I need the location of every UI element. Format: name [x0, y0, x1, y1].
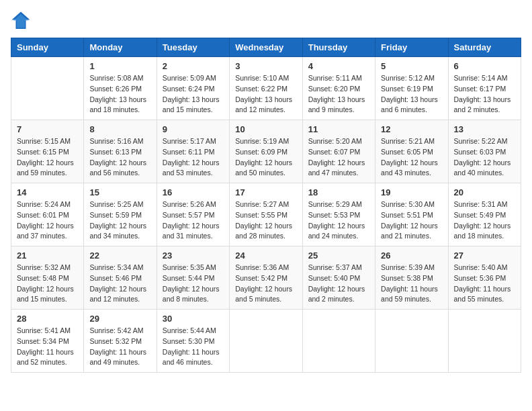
calendar-cell: 25Sunrise: 5:37 AM Sunset: 5:40 PM Dayli… [302, 246, 375, 310]
calendar-cell [11, 57, 84, 120]
day-info: Sunrise: 5:41 AM Sunset: 5:34 PM Dayligh… [17, 326, 78, 368]
day-number: 17 [235, 187, 296, 197]
day-info: Sunrise: 5:31 AM Sunset: 5:49 PM Dayligh… [454, 199, 515, 242]
day-number: 30 [163, 314, 224, 324]
day-of-week-header: Thursday [302, 38, 375, 57]
calendar-cell: 21Sunrise: 5:32 AM Sunset: 5:48 PM Dayli… [11, 246, 84, 310]
calendar-cell: 19Sunrise: 5:30 AM Sunset: 5:51 PM Dayli… [375, 183, 448, 246]
day-number: 11 [308, 124, 369, 134]
day-number: 28 [17, 314, 78, 324]
day-info: Sunrise: 5:16 AM Sunset: 6:13 PM Dayligh… [89, 136, 150, 179]
logo-icon [11, 11, 31, 31]
calendar-cell: 29Sunrise: 5:42 AM Sunset: 5:32 PM Dayli… [84, 310, 157, 373]
day-info: Sunrise: 5:32 AM Sunset: 5:48 PM Dayligh… [17, 263, 78, 305]
day-number: 12 [381, 124, 442, 134]
calendar-cell: 13Sunrise: 5:22 AM Sunset: 6:03 PM Dayli… [448, 120, 521, 183]
day-number: 10 [235, 124, 296, 134]
day-number: 3 [235, 61, 296, 71]
day-info: Sunrise: 5:30 AM Sunset: 5:51 PM Dayligh… [381, 199, 442, 242]
day-number: 4 [308, 61, 369, 71]
calendar-week-row: 1Sunrise: 5:08 AM Sunset: 6:26 PM Daylig… [11, 57, 521, 120]
day-number: 8 [89, 124, 150, 134]
day-info: Sunrise: 5:36 AM Sunset: 5:42 PM Dayligh… [235, 263, 296, 305]
calendar-week-row: 28Sunrise: 5:41 AM Sunset: 5:34 PM Dayli… [11, 310, 521, 373]
day-number: 2 [163, 61, 224, 71]
calendar-cell [375, 310, 448, 373]
day-of-week-header: Friday [375, 38, 448, 57]
day-info: Sunrise: 5:11 AM Sunset: 6:20 PM Dayligh… [308, 73, 369, 116]
day-info: Sunrise: 5:34 AM Sunset: 5:46 PM Dayligh… [89, 263, 150, 305]
day-info: Sunrise: 5:25 AM Sunset: 5:59 PM Dayligh… [89, 199, 150, 242]
day-number: 6 [454, 61, 515, 71]
calendar-cell: 28Sunrise: 5:41 AM Sunset: 5:34 PM Dayli… [11, 310, 84, 373]
calendar-cell: 30Sunrise: 5:44 AM Sunset: 5:30 PM Dayli… [157, 310, 229, 373]
calendar-cell: 8Sunrise: 5:16 AM Sunset: 6:13 PM Daylig… [84, 120, 157, 183]
day-info: Sunrise: 5:22 AM Sunset: 6:03 PM Dayligh… [454, 136, 515, 179]
day-info: Sunrise: 5:21 AM Sunset: 6:05 PM Dayligh… [381, 136, 442, 179]
day-info: Sunrise: 5:42 AM Sunset: 5:32 PM Dayligh… [89, 326, 150, 368]
calendar-cell: 4Sunrise: 5:11 AM Sunset: 6:20 PM Daylig… [302, 57, 375, 120]
svg-marker-1 [13, 14, 29, 28]
day-info: Sunrise: 5:29 AM Sunset: 5:53 PM Dayligh… [308, 199, 369, 242]
calendar-cell: 1Sunrise: 5:08 AM Sunset: 6:26 PM Daylig… [84, 57, 157, 120]
calendar-cell: 24Sunrise: 5:36 AM Sunset: 5:42 PM Dayli… [230, 246, 302, 310]
calendar-cell: 27Sunrise: 5:40 AM Sunset: 5:36 PM Dayli… [448, 246, 521, 310]
day-number: 27 [454, 250, 515, 261]
day-of-week-header: Sunday [11, 38, 84, 57]
calendar: SundayMondayTuesdayWednesdayThursdayFrid… [11, 38, 521, 373]
day-of-week-header: Monday [84, 38, 157, 57]
day-info: Sunrise: 5:35 AM Sunset: 5:44 PM Dayligh… [163, 263, 224, 305]
day-info: Sunrise: 5:19 AM Sunset: 6:09 PM Dayligh… [235, 136, 296, 179]
day-info: Sunrise: 5:09 AM Sunset: 6:24 PM Dayligh… [163, 73, 224, 116]
day-info: Sunrise: 5:17 AM Sunset: 6:11 PM Dayligh… [163, 136, 224, 179]
logo [11, 11, 34, 31]
day-info: Sunrise: 5:37 AM Sunset: 5:40 PM Dayligh… [308, 263, 369, 305]
day-number: 26 [381, 250, 442, 261]
day-number: 23 [163, 250, 224, 261]
day-number: 21 [17, 250, 78, 261]
calendar-cell: 20Sunrise: 5:31 AM Sunset: 5:49 PM Dayli… [448, 183, 521, 246]
calendar-week-row: 14Sunrise: 5:24 AM Sunset: 6:01 PM Dayli… [11, 183, 521, 246]
day-info: Sunrise: 5:20 AM Sunset: 6:07 PM Dayligh… [308, 136, 369, 179]
calendar-week-row: 7Sunrise: 5:15 AM Sunset: 6:15 PM Daylig… [11, 120, 521, 183]
day-info: Sunrise: 5:15 AM Sunset: 6:15 PM Dayligh… [17, 136, 78, 179]
calendar-cell: 17Sunrise: 5:27 AM Sunset: 5:55 PM Dayli… [230, 183, 302, 246]
day-number: 18 [308, 187, 369, 197]
day-number: 20 [454, 187, 515, 197]
calendar-cell: 22Sunrise: 5:34 AM Sunset: 5:46 PM Dayli… [84, 246, 157, 310]
calendar-cell: 26Sunrise: 5:39 AM Sunset: 5:38 PM Dayli… [375, 246, 448, 310]
calendar-cell: 10Sunrise: 5:19 AM Sunset: 6:09 PM Dayli… [230, 120, 302, 183]
calendar-cell: 6Sunrise: 5:14 AM Sunset: 6:17 PM Daylig… [448, 57, 521, 120]
day-of-week-header: Wednesday [230, 38, 302, 57]
calendar-cell: 23Sunrise: 5:35 AM Sunset: 5:44 PM Dayli… [157, 246, 229, 310]
calendar-cell: 9Sunrise: 5:17 AM Sunset: 6:11 PM Daylig… [157, 120, 229, 183]
calendar-cell: 5Sunrise: 5:12 AM Sunset: 6:19 PM Daylig… [375, 57, 448, 120]
day-number: 22 [89, 250, 150, 261]
day-number: 24 [235, 250, 296, 261]
day-number: 19 [381, 187, 442, 197]
calendar-cell [302, 310, 375, 373]
day-of-week-header: Tuesday [157, 38, 229, 57]
day-number: 1 [89, 61, 150, 71]
day-number: 29 [89, 314, 150, 324]
day-info: Sunrise: 5:39 AM Sunset: 5:38 PM Dayligh… [381, 263, 442, 305]
calendar-cell: 3Sunrise: 5:10 AM Sunset: 6:22 PM Daylig… [230, 57, 302, 120]
day-info: Sunrise: 5:27 AM Sunset: 5:55 PM Dayligh… [235, 199, 296, 242]
calendar-cell: 18Sunrise: 5:29 AM Sunset: 5:53 PM Dayli… [302, 183, 375, 246]
header [11, 11, 521, 31]
day-info: Sunrise: 5:08 AM Sunset: 6:26 PM Dayligh… [89, 73, 150, 116]
day-number: 7 [17, 124, 78, 134]
calendar-cell: 7Sunrise: 5:15 AM Sunset: 6:15 PM Daylig… [11, 120, 84, 183]
day-of-week-header: Saturday [448, 38, 521, 57]
day-number: 14 [17, 187, 78, 197]
day-info: Sunrise: 5:14 AM Sunset: 6:17 PM Dayligh… [454, 73, 515, 116]
day-info: Sunrise: 5:26 AM Sunset: 5:57 PM Dayligh… [163, 199, 224, 242]
calendar-cell [448, 310, 521, 373]
day-info: Sunrise: 5:10 AM Sunset: 6:22 PM Dayligh… [235, 73, 296, 116]
calendar-cell: 16Sunrise: 5:26 AM Sunset: 5:57 PM Dayli… [157, 183, 229, 246]
calendar-cell [230, 310, 302, 373]
day-number: 25 [308, 250, 369, 261]
day-info: Sunrise: 5:12 AM Sunset: 6:19 PM Dayligh… [381, 73, 442, 116]
day-number: 5 [381, 61, 442, 71]
day-number: 9 [163, 124, 224, 134]
